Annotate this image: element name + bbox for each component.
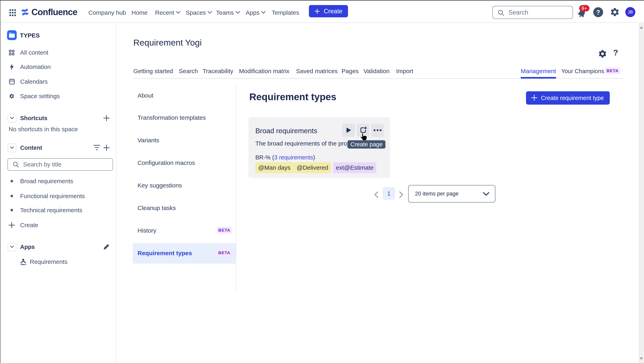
svg-text:?: ? (596, 9, 600, 16)
